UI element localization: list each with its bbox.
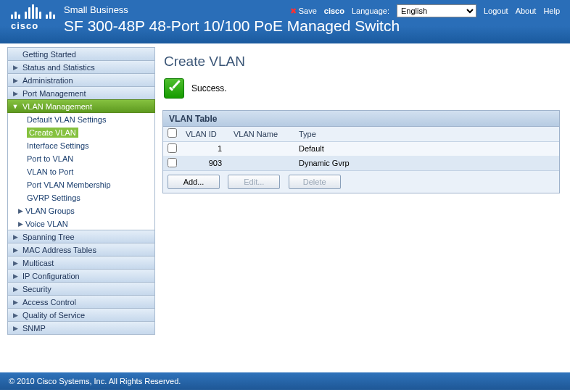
col-vlan-id[interactable]: VLAN ID — [181, 127, 229, 141]
sidebar-item-administration[interactable]: ▶Administration — [7, 73, 155, 87]
caret-right-icon: ▶ — [11, 90, 20, 97]
about-link[interactable]: About — [516, 7, 537, 15]
language-select[interactable]: English — [397, 4, 476, 17]
vlan-table-panel: VLAN Table VLAN ID VLAN Name Type 1 Defa… — [162, 110, 560, 193]
sidebar-item-qos[interactable]: ▶Quality of Service — [7, 308, 155, 322]
alert-x-icon: ✖ — [290, 7, 297, 16]
sidebar-item-getting-started[interactable]: ▶Getting Started — [7, 47, 155, 61]
col-type[interactable]: Type — [294, 127, 559, 141]
cell-vlan-name — [229, 156, 294, 170]
table-button-bar: Add... Edit... Delete — [163, 170, 559, 193]
sub-voice-vlan[interactable]: ▶Voice VLAN — [8, 217, 154, 230]
caret-right-icon: ▶ — [11, 77, 20, 84]
sub-gvrp-settings[interactable]: GVRP Settings — [8, 191, 154, 204]
row-checkbox[interactable] — [168, 143, 177, 153]
caret-right-icon: ▶ — [11, 64, 20, 71]
sidebar-item-status[interactable]: ▶Status and Statistics — [7, 60, 155, 74]
caret-right-icon: ▶ — [11, 246, 20, 254]
main-content: Create VLAN Success. VLAN Table VLAN ID … — [155, 43, 570, 372]
sidebar-item-multicast[interactable]: ▶Multicast — [7, 256, 155, 270]
cell-vlan-id: 1 — [181, 141, 229, 156]
success-check-icon — [164, 78, 184, 99]
cell-type: Dynamic Gvrp — [294, 156, 559, 170]
sub-interface-settings[interactable]: Interface Settings — [8, 139, 154, 152]
save-label: Save — [299, 7, 317, 15]
help-link[interactable]: Help — [543, 7, 560, 15]
table-title: VLAN Table — [163, 111, 559, 127]
footer: © 2010 Cisco Systems, Inc. All Rights Re… — [0, 372, 570, 390]
caret-right-icon: ▶ — [11, 325, 20, 332]
caret-right-icon: ▶ — [18, 220, 25, 228]
header-toolbar: ✖ Save cisco Language: English Logout Ab… — [290, 4, 560, 17]
language-label: Language: — [352, 7, 389, 15]
delete-button[interactable]: Delete — [289, 175, 341, 189]
table-row[interactable]: 903 Dynamic Gvrp — [163, 156, 559, 170]
cisco-bars-icon — [11, 4, 55, 19]
cell-type: Default — [294, 141, 559, 156]
sub-vlan-groups[interactable]: ▶VLAN Groups — [8, 204, 154, 217]
caret-right-icon: ▶ — [11, 312, 20, 319]
status-text: Success. — [191, 83, 227, 93]
sidebar-item-spanning-tree[interactable]: ▶Spanning Tree — [7, 230, 155, 243]
sidebar-item-mac-tables[interactable]: ▶MAC Address Tables — [7, 243, 155, 257]
sidebar: ▶Getting Started ▶Status and Statistics … — [0, 43, 155, 372]
user-label: cisco — [324, 7, 344, 15]
caret-right-icon: ▶ — [11, 233, 20, 241]
save-button[interactable]: ✖ Save — [290, 7, 317, 16]
caret-right-icon: ▶ — [18, 207, 25, 214]
row-checkbox[interactable] — [168, 158, 177, 167]
table-row[interactable]: 1 Default — [163, 141, 559, 156]
sub-port-vlan-membership[interactable]: Port VLAN Membership — [8, 178, 154, 191]
add-button[interactable]: Add... — [168, 175, 220, 189]
brand-label: Small Business — [64, 4, 128, 15]
edit-button[interactable]: Edit... — [228, 175, 280, 189]
caret-right-icon: ▶ — [11, 272, 20, 280]
caret-right-icon: ▶ — [11, 259, 20, 267]
sidebar-item-vlan-management[interactable]: ▼VLAN Management — [7, 99, 155, 113]
app-header: cisco Small Business SF 300-48P 48-Port … — [0, 0, 570, 43]
sidebar-item-security[interactable]: ▶Security — [7, 282, 155, 296]
cisco-logo: cisco — [11, 4, 55, 31]
sub-port-to-vlan[interactable]: Port to VLAN — [8, 152, 154, 165]
sidebar-item-snmp[interactable]: ▶SNMP — [7, 321, 155, 335]
sidebar-submenu-vlan: Default VLAN Settings Create VLAN Interf… — [7, 113, 155, 230]
status-row: Success. — [164, 78, 560, 99]
sidebar-item-access-control[interactable]: ▶Access Control — [7, 295, 155, 309]
select-all-checkbox[interactable] — [168, 128, 177, 138]
cisco-word: cisco — [11, 20, 55, 31]
sidebar-item-ip-config[interactable]: ▶IP Configuration — [7, 269, 155, 283]
cell-vlan-name — [229, 141, 294, 156]
page-title: Create VLAN — [164, 54, 560, 70]
sub-default-vlan[interactable]: Default VLAN Settings — [8, 113, 154, 126]
copyright: © 2010 Cisco Systems, Inc. All Rights Re… — [9, 377, 181, 385]
col-vlan-name[interactable]: VLAN Name — [229, 127, 294, 141]
model-label: SF 300-48P 48-Port 10/100 PoE Managed Sw… — [64, 17, 400, 35]
caret-down-icon: ▼ — [11, 103, 20, 110]
cell-vlan-id: 903 — [181, 156, 229, 170]
sub-vlan-to-port[interactable]: VLAN to Port — [8, 165, 154, 178]
sidebar-item-port-management[interactable]: ▶Port Management — [7, 86, 155, 100]
logout-link[interactable]: Logout — [484, 7, 508, 15]
caret-right-icon: ▶ — [11, 285, 20, 293]
caret-right-icon: ▶ — [11, 299, 20, 306]
sub-create-vlan[interactable]: Create VLAN — [8, 126, 154, 139]
vlan-table: VLAN ID VLAN Name Type 1 Default 903 Dyn… — [163, 127, 559, 170]
